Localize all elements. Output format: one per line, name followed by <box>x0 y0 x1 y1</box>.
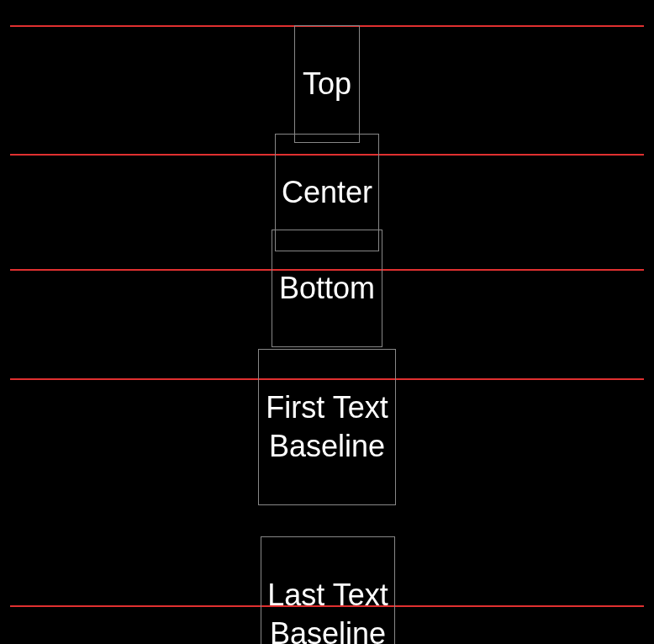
alignment-label-text: Last Text Baseline <box>265 576 391 644</box>
alignment-label-text: Center <box>279 173 375 212</box>
alignment-label-text: First Text Baseline <box>262 388 392 466</box>
alignment-label-text: Bottom <box>276 269 378 308</box>
alignment-label-first-baseline: First Text Baseline <box>258 349 396 505</box>
alignment-label-last-baseline: Last Text Baseline <box>261 536 395 644</box>
alignment-label-bottom: Bottom <box>272 230 382 347</box>
alignment-label-text: Top <box>298 65 356 103</box>
alignment-label-top: Top <box>294 25 360 143</box>
